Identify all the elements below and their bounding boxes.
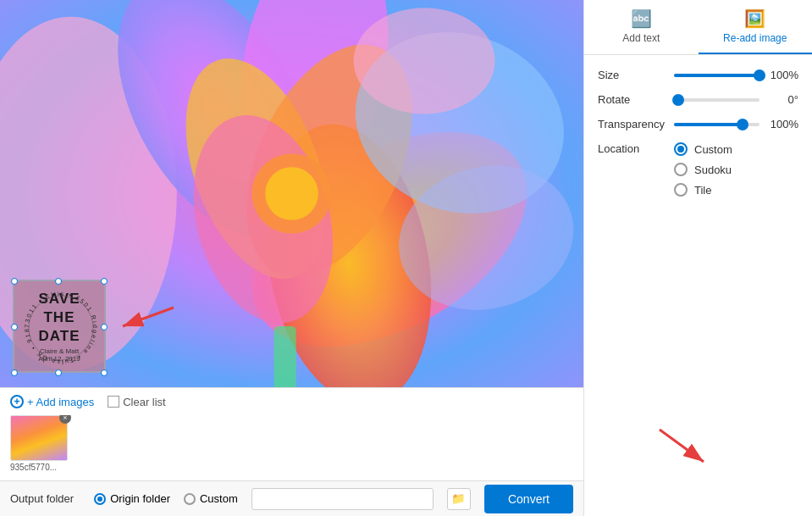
right-content: Size 100% Rotate <box>584 55 812 469</box>
size-slider-fill <box>674 74 760 77</box>
custom-folder-radio[interactable] <box>184 493 196 505</box>
readd-image-label: Re-add image <box>723 32 787 44</box>
location-sudoku-label: Sudoku <box>694 164 732 176</box>
location-tile-option[interactable]: Tile <box>674 183 732 197</box>
rotate-control: 0° <box>674 93 798 106</box>
svg-point-16 <box>29 296 93 360</box>
transparency-control: 100% <box>674 118 798 130</box>
svg-text:73011 • Ellis • 6501 Ridgeline: 73011 • Ellis • 6501 Ridgeline • Tulsa O… <box>16 283 98 365</box>
image-area: 73011 • Ellis • 6501 Ridgeline • Tulsa O… <box>0 0 583 387</box>
size-value: 100% <box>766 69 798 81</box>
location-custom-label: Custom <box>694 143 732 156</box>
location-sudoku-option[interactable]: Sudoku <box>674 163 732 176</box>
tab-readd-image[interactable]: 🖼️ Re-add image <box>699 0 813 54</box>
convert-button[interactable]: Convert <box>484 485 573 513</box>
thumbnail-image[interactable] <box>10 415 68 461</box>
origin-folder-option[interactable]: Origin folder <box>94 492 170 505</box>
rotate-label: Rotate <box>598 93 674 106</box>
file-list-toolbar: + + Add images Clear list <box>10 395 573 408</box>
location-label: Location <box>598 142 674 155</box>
canvas-panel: 73011 • Ellis • 6501 Ridgeline • Tulsa O… <box>0 0 583 516</box>
size-slider-track <box>674 74 760 77</box>
size-control: 100% <box>674 69 798 81</box>
resize-handle-tr[interactable] <box>101 278 108 285</box>
file-list-area: + + Add images Clear list × 935cf577 <box>0 387 583 480</box>
size-slider-thumb[interactable] <box>754 69 765 81</box>
resize-handle-br[interactable] <box>101 369 108 376</box>
main-area: 73011 • Ellis • 6501 Ridgeline • Tulsa O… <box>0 0 812 516</box>
svg-line-20 <box>660 430 704 462</box>
thumbnail-name: 935cf5770... <box>10 463 68 472</box>
checkbox-icon <box>108 396 119 408</box>
transparency-slider-track <box>674 123 760 126</box>
svg-line-18 <box>123 308 174 326</box>
right-convert-area <box>584 469 812 516</box>
resize-handle-mr[interactable] <box>101 324 108 330</box>
thumbnail-item: × 935cf5770... <box>10 415 69 472</box>
resize-handle-ml[interactable] <box>11 324 18 330</box>
add-text-icon: 🔤 <box>631 8 652 29</box>
tab-add-text[interactable]: 🔤 Add text <box>584 0 699 54</box>
transparency-slider-thumb[interactable] <box>737 119 748 130</box>
thumbnail-close-button[interactable]: × <box>59 415 71 424</box>
watermark-stamp[interactable]: 73011 • Ellis • 6501 Ridgeline • Tulsa O… <box>13 280 106 373</box>
location-custom-radio[interactable] <box>674 142 688 156</box>
output-folder-label: Output folder <box>10 492 74 505</box>
svg-rect-11 <box>274 326 296 387</box>
origin-folder-label: Origin folder <box>110 492 170 505</box>
add-text-label: Add text <box>622 32 660 44</box>
origin-folder-radio[interactable] <box>94 493 106 505</box>
readd-image-icon: 🖼️ <box>744 8 765 29</box>
location-custom-option[interactable]: Custom <box>674 142 732 156</box>
app-container: 73011 • Ellis • 6501 Ridgeline • Tulsa O… <box>0 0 812 516</box>
transparency-label: Transparency <box>598 118 674 130</box>
location-sudoku-radio[interactable] <box>674 163 688 176</box>
right-tabs: 🔤 Add text 🖼️ Re-add image <box>584 0 812 55</box>
file-thumbnails: × 935cf5770... <box>10 415 573 472</box>
svg-point-10 <box>265 167 318 220</box>
folder-browse-button[interactable]: 📁 <box>447 488 471 510</box>
resize-handle-tc[interactable] <box>55 278 62 285</box>
red-arrow-watermark <box>110 301 178 335</box>
rotate-slider-thumb[interactable] <box>672 94 684 106</box>
size-label: Size <box>598 69 674 81</box>
clear-list-label: Clear list <box>123 396 166 408</box>
rotate-slider-track <box>674 98 760 102</box>
red-arrow-convert <box>643 421 727 472</box>
location-options: Custom Sudoku Tile <box>674 142 732 197</box>
transparency-row: Transparency 100% <box>598 118 798 130</box>
transparency-slider-fill <box>674 123 743 126</box>
custom-folder-option[interactable]: Custom <box>184 492 238 505</box>
right-panel: 🔤 Add text 🖼️ Re-add image Size <box>583 0 812 516</box>
location-tile-label: Tile <box>694 184 711 197</box>
location-tile-radio[interactable] <box>674 183 688 197</box>
clear-list-button[interactable]: Clear list <box>108 396 166 408</box>
radio-inner <box>677 146 684 153</box>
folder-icon: 📁 <box>451 492 466 505</box>
add-images-label: + Add images <box>27 396 94 408</box>
size-row: Size 100% <box>598 69 798 81</box>
resize-handle-tl[interactable] <box>11 278 18 285</box>
rotate-row: Rotate 0° <box>598 93 798 106</box>
plus-icon: + <box>10 395 24 408</box>
rotate-value: 0° <box>766 93 798 106</box>
add-images-button[interactable]: + + Add images <box>10 395 94 408</box>
svg-point-14 <box>354 8 495 114</box>
custom-folder-label: Custom <box>200 492 238 505</box>
folder-path-input[interactable] <box>251 488 434 510</box>
resize-handle-bl[interactable] <box>11 369 18 376</box>
resize-handle-bc[interactable] <box>55 369 62 376</box>
transparency-value: 100% <box>766 118 798 130</box>
location-row: Location Custom Sudoku <box>598 142 798 197</box>
output-footer: Output folder Origin folder Custom 📁 Con… <box>0 480 583 516</box>
